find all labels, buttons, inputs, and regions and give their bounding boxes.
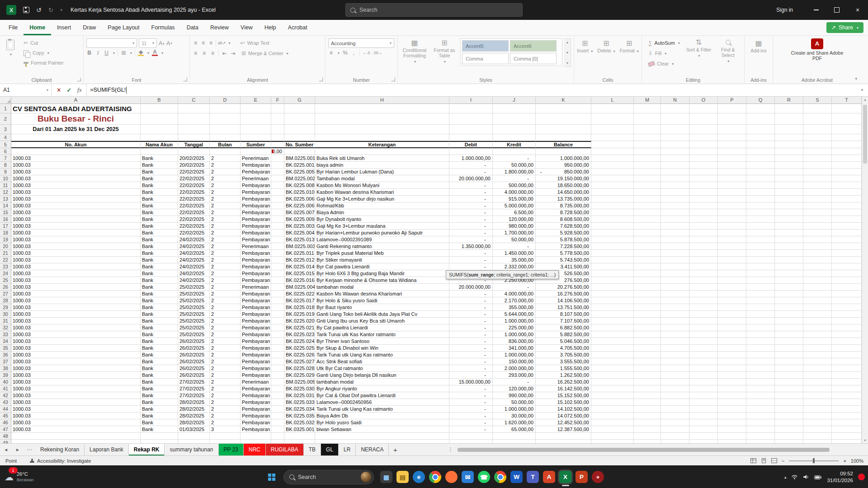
cell[interactable]: - bbox=[449, 338, 493, 345]
cell[interactable] bbox=[775, 270, 803, 277]
cell[interactable] bbox=[718, 338, 746, 345]
cell[interactable]: Byr Thiner ivan Santoso bbox=[315, 338, 449, 345]
decrease-indent-icon[interactable]: ⇤ bbox=[222, 50, 227, 56]
cell[interactable] bbox=[634, 291, 661, 297]
cell[interactable]: - bbox=[449, 291, 493, 297]
cell[interactable]: 1.000.000,00 bbox=[493, 318, 536, 324]
cell[interactable] bbox=[718, 365, 746, 372]
cell[interactable]: 1000.03 bbox=[11, 331, 141, 338]
cell[interactable] bbox=[832, 406, 862, 413]
cell[interactable]: Bank bbox=[141, 169, 178, 175]
cell[interactable]: 1000.03 bbox=[11, 392, 141, 399]
cell[interactable]: BK.0225.025 bbox=[284, 345, 315, 352]
cell[interactable]: 2.170.000,00 bbox=[493, 297, 536, 304]
cell[interactable] bbox=[661, 125, 689, 134]
cell[interactable] bbox=[449, 433, 493, 440]
cell[interactable]: 16.276.500,00 bbox=[536, 291, 591, 297]
cell[interactable] bbox=[689, 284, 718, 291]
normal-view-icon[interactable] bbox=[750, 458, 756, 463]
cell[interactable]: 2 bbox=[210, 250, 241, 257]
cell[interactable] bbox=[832, 297, 862, 304]
cell[interactable] bbox=[689, 189, 718, 196]
format-as-table-button[interactable]: ⊞ Format as Table ▾ bbox=[430, 38, 458, 64]
cell[interactable] bbox=[746, 379, 775, 385]
cell[interactable]: Bank bbox=[141, 331, 178, 338]
cell[interactable] bbox=[775, 324, 803, 331]
cell[interactable]: 7.628.500,00 bbox=[536, 223, 591, 230]
cell[interactable]: 8.728.500,00 bbox=[536, 209, 591, 216]
cell[interactable] bbox=[271, 440, 284, 443]
cell[interactable]: 5.882.500,00 bbox=[536, 331, 591, 338]
cell[interactable]: 6.882.500,00 bbox=[536, 324, 591, 331]
cell[interactable] bbox=[315, 433, 449, 440]
clear-button[interactable]: Clear ▾ bbox=[646, 59, 683, 68]
cell[interactable] bbox=[661, 392, 689, 399]
cell[interactable] bbox=[591, 277, 634, 284]
cell[interactable]: Pembayaran bbox=[241, 324, 271, 331]
cell[interactable]: BM.0225.003 bbox=[284, 243, 315, 250]
titlebar-search[interactable]: Search bbox=[345, 3, 523, 17]
cell[interactable] bbox=[271, 358, 284, 365]
cell[interactable] bbox=[832, 352, 862, 358]
cell[interactable] bbox=[803, 358, 832, 365]
cell[interactable]: Tarik Tunai utk Kas Kantor ratmanto bbox=[315, 331, 449, 338]
cell[interactable] bbox=[803, 399, 832, 406]
cell[interactable] bbox=[271, 413, 284, 419]
cell[interactable] bbox=[718, 385, 746, 392]
page-layout-view-icon[interactable] bbox=[761, 458, 767, 463]
cell[interactable]: BK.0225.007 bbox=[284, 209, 315, 216]
cell[interactable] bbox=[661, 236, 689, 243]
percent-style-icon[interactable]: % bbox=[342, 50, 348, 56]
cell[interactable]: 2 bbox=[210, 257, 241, 263]
cell[interactable] bbox=[803, 304, 832, 311]
cell[interactable]: 3.555.500,00 bbox=[536, 358, 591, 365]
cell[interactable]: 5.644.000,00 bbox=[493, 311, 536, 318]
cell[interactable] bbox=[661, 331, 689, 338]
cell[interactable] bbox=[775, 134, 803, 141]
cell[interactable]: 22/02/2025 bbox=[178, 202, 210, 209]
cell[interactable] bbox=[746, 433, 775, 440]
cell[interactable]: Bank bbox=[141, 372, 178, 379]
cell[interactable] bbox=[689, 419, 718, 426]
row-header[interactable]: 2 bbox=[0, 113, 11, 125]
row-header[interactable]: 37 bbox=[0, 358, 11, 365]
ribbon-tab-insert[interactable]: Insert bbox=[51, 20, 77, 35]
cell[interactable] bbox=[271, 134, 284, 141]
cell[interactable]: - bbox=[493, 243, 536, 250]
cell[interactable] bbox=[271, 104, 284, 113]
cell[interactable] bbox=[634, 433, 661, 440]
cell[interactable] bbox=[271, 379, 284, 385]
cell[interactable] bbox=[536, 440, 591, 443]
cell[interactable]: 1000.03 bbox=[11, 399, 141, 406]
cell[interactable]: BK.0225.019 bbox=[284, 311, 315, 318]
cell[interactable]: 25/02/2025 bbox=[178, 297, 210, 304]
close-button[interactable]: × bbox=[847, 0, 868, 20]
wifi-icon[interactable] bbox=[791, 473, 798, 481]
cell[interactable] bbox=[271, 331, 284, 338]
cell[interactable]: 22/02/2025 bbox=[178, 216, 210, 223]
cell[interactable] bbox=[591, 155, 634, 162]
cell[interactable] bbox=[271, 182, 284, 189]
row-header[interactable]: 3 bbox=[0, 125, 11, 134]
align-left-icon[interactable]: ≡ bbox=[193, 50, 198, 56]
cell[interactable]: biaya admin bbox=[315, 162, 449, 169]
column-header[interactable]: E bbox=[241, 96, 271, 104]
cell[interactable] bbox=[591, 372, 634, 379]
sort-filter-button[interactable]: ⇅ Sort & Filter ▾ bbox=[686, 38, 711, 84]
align-right-icon[interactable]: ≡ bbox=[210, 50, 216, 56]
column-header[interactable]: F bbox=[271, 96, 284, 104]
cell[interactable] bbox=[803, 338, 832, 345]
zoom-out-icon[interactable]: − bbox=[782, 458, 784, 464]
decrease-decimal-icon[interactable]: .00→ bbox=[373, 51, 383, 55]
cell[interactable] bbox=[746, 406, 775, 413]
cell[interactable] bbox=[271, 345, 284, 352]
column-header[interactable]: S bbox=[803, 96, 832, 104]
cell[interactable]: 2 bbox=[210, 223, 241, 230]
cell[interactable]: Pembayaran bbox=[241, 304, 271, 311]
cell[interactable] bbox=[284, 440, 315, 443]
cell[interactable]: Kasbon Ms Wonosri Mulyani bbox=[315, 182, 449, 189]
cell[interactable]: Bank bbox=[141, 263, 178, 270]
cell[interactable] bbox=[689, 297, 718, 304]
cell[interactable]: Bank bbox=[141, 250, 178, 257]
cell[interactable] bbox=[832, 243, 862, 250]
